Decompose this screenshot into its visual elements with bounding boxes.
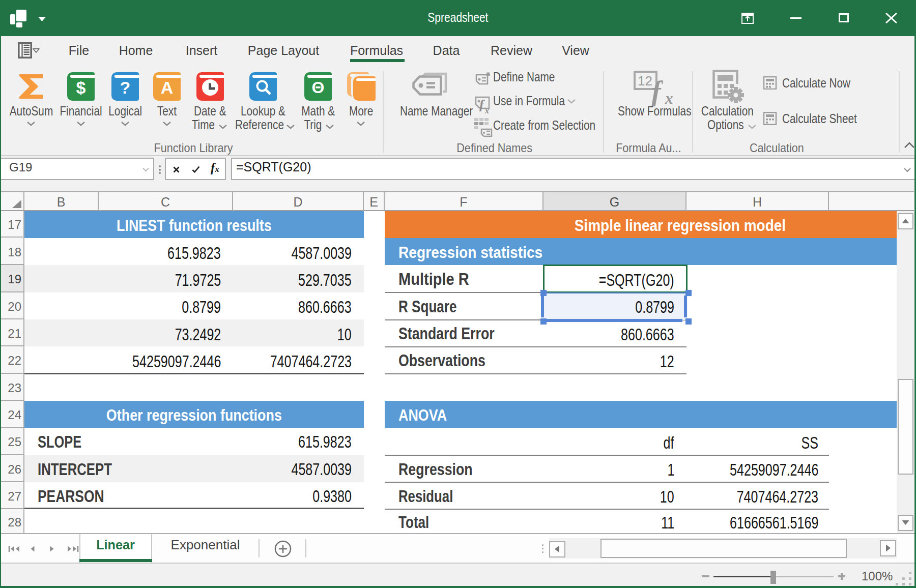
svg-text:f: f [479, 97, 485, 112]
svg-text:12: 12 [638, 73, 652, 89]
svg-text:f: f [651, 76, 664, 106]
svg-text:x: x [484, 106, 489, 115]
